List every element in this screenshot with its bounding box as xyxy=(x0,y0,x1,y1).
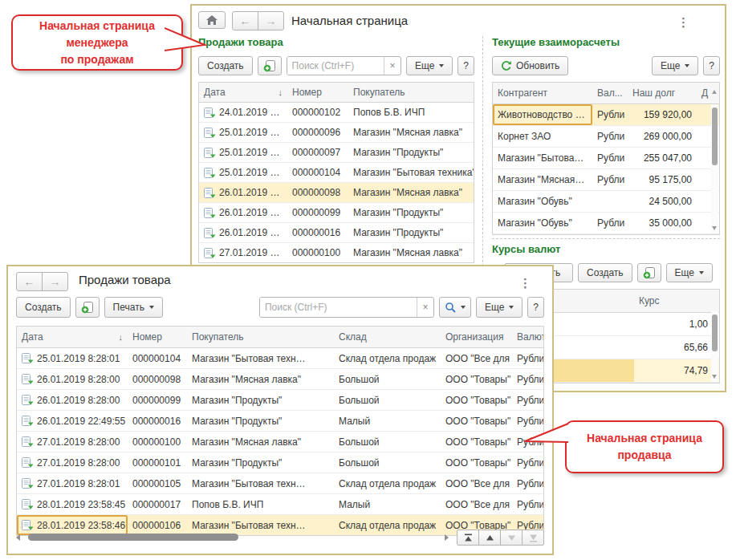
create-button[interactable]: Создать xyxy=(578,263,632,282)
create-copy-button[interactable] xyxy=(258,56,282,75)
table-row[interactable]: 25.01.2019 … 000000096 Магазин "Мясная л… xyxy=(199,123,474,143)
table-row[interactable]: 25.01.2019 … 000000097 Магазин "Продукты… xyxy=(199,143,474,163)
clear-search-icon[interactable]: × xyxy=(384,57,401,75)
horizontal-scrollbar[interactable] xyxy=(16,530,544,546)
settlements-panel: Текущие взаиморасчеты Обновить Еще ? Кон… xyxy=(492,36,720,235)
back-button[interactable]: ← xyxy=(232,11,258,30)
callout-tail xyxy=(165,22,208,55)
refresh-button[interactable]: Обновить xyxy=(492,56,568,75)
help-button[interactable]: ? xyxy=(457,56,474,75)
table-row[interactable]: 24.01.2019 … 000000102 Попов Б.В. ИЧП xyxy=(199,103,474,123)
go-last-button[interactable] xyxy=(522,530,544,546)
column-header-currency[interactable]: Валюта в xyxy=(512,327,543,347)
scroll-up-icon[interactable] xyxy=(712,90,717,94)
column-header-contractor[interactable]: Контрагент xyxy=(493,83,592,103)
go-previous-icon xyxy=(486,534,494,542)
table-row[interactable]: 25.01.2019 8:28:01 000000104 Магазин "Бы… xyxy=(17,348,543,369)
column-header-rate[interactable]: Курс xyxy=(634,290,719,312)
search-options-button[interactable] xyxy=(439,297,471,318)
help-button[interactable]: ? xyxy=(527,297,544,318)
table-row[interactable]: Корнет ЗАО Рубли 269 000,00 xyxy=(493,126,719,148)
table-row[interactable]: 26.01.2019 8:28:00 000000098 Магазин "Мя… xyxy=(17,369,543,390)
document-icon xyxy=(22,416,34,426)
document-icon xyxy=(22,353,34,363)
search-box: × xyxy=(287,56,401,75)
scroll-right-icon[interactable] xyxy=(445,534,449,541)
table-row[interactable]: 26.01.2019 … 000000016 Магазин "Продукты… xyxy=(199,223,474,243)
column-header-buyer[interactable]: Покупатель xyxy=(187,327,334,347)
scrollbar-thumb[interactable] xyxy=(712,314,718,351)
vertical-scrollbar[interactable] xyxy=(711,104,718,233)
table-row[interactable]: Магазин "Обувь" Рубли 35 000,00 xyxy=(493,213,719,234)
table-row[interactable]: 27.01.2019 … 000000100 Магазин "Мясная л… xyxy=(199,243,474,262)
table-row[interactable]: 26.01.2019 22:49:55 000000016 Магазин "П… xyxy=(17,411,543,432)
table-row[interactable]: 25.01.2019 … 000000104 Магазин "Бытовая … xyxy=(199,163,474,183)
table-row-selected[interactable]: Животноводство … Рубли 159 920,00 xyxy=(493,104,719,126)
sales-panel: Продажи товара Создать × Еще ? Дата↓ Ном… xyxy=(198,36,474,263)
table-row[interactable]: Магазин "Бытова… Рубли 255 047,00 xyxy=(493,148,719,169)
go-first-button[interactable] xyxy=(457,530,479,546)
document-icon xyxy=(204,208,216,218)
refresh-icon xyxy=(501,60,512,71)
house-icon xyxy=(206,15,218,25)
document-icon xyxy=(204,248,216,258)
create-copy-icon xyxy=(263,60,276,72)
scrollbar-thumb[interactable] xyxy=(28,534,238,541)
create-copy-button[interactable] xyxy=(75,297,100,318)
column-header-debt[interactable]: Наш долг xyxy=(628,83,697,103)
forward-button[interactable]: → xyxy=(258,11,284,30)
create-button[interactable]: Создать xyxy=(16,297,71,318)
column-header-date[interactable]: Дата↓ xyxy=(17,327,128,347)
scroll-down-icon[interactable] xyxy=(712,375,717,379)
scroll-left-icon[interactable] xyxy=(16,534,20,541)
go-next-button[interactable] xyxy=(500,530,523,546)
table-row[interactable]: Магазин "Мясная… Рубли 95 175,00 xyxy=(493,169,719,191)
more-button[interactable]: Еще xyxy=(406,56,453,75)
more-button[interactable]: Еще xyxy=(476,297,523,318)
create-copy-button[interactable] xyxy=(637,263,661,282)
print-button[interactable]: Печать xyxy=(104,297,163,318)
back-button[interactable]: ← xyxy=(16,272,43,291)
clear-search-icon[interactable]: × xyxy=(417,298,433,317)
search-input[interactable] xyxy=(287,57,384,75)
vertical-scrollbar[interactable] xyxy=(711,311,718,382)
back-arrow-icon: ← xyxy=(24,275,35,288)
search-input[interactable] xyxy=(260,298,417,317)
forward-button[interactable]: → xyxy=(42,272,68,291)
callout-text: продавца xyxy=(567,447,722,464)
scrollbar-thumb[interactable] xyxy=(712,108,718,165)
column-header-date[interactable]: Дата↓ xyxy=(199,83,287,102)
callout-text: Начальная страница xyxy=(13,18,181,34)
kebab-menu-icon[interactable]: ⋮ xyxy=(677,15,689,30)
scroll-down-icon[interactable] xyxy=(712,226,717,230)
sales-table: Дата↓ Номер Покупатель 24.01.2019 … 0000… xyxy=(198,82,474,263)
help-button[interactable]: ? xyxy=(703,56,720,75)
more-button[interactable]: Еще xyxy=(652,56,698,75)
page-title: Начальная страница xyxy=(291,14,408,27)
table-row[interactable]: 27.01.2019 8:28:00 000000100 Магазин "Мя… xyxy=(17,432,543,452)
table-row[interactable]: 27.01.2019 8:28:00 000000101 Магазин "Пр… xyxy=(17,452,543,473)
column-header-currency[interactable]: Вал... xyxy=(592,83,628,103)
create-button[interactable]: Создать xyxy=(198,56,253,75)
column-header-number[interactable]: Номер xyxy=(287,83,348,102)
go-previous-button[interactable] xyxy=(478,530,501,546)
chevron-down-icon xyxy=(685,64,689,67)
chevron-down-icon xyxy=(699,271,704,274)
table-row[interactable]: 26.01.2019 … 000000099 Магазин "Продукты… xyxy=(199,203,474,223)
kebab-menu-icon[interactable]: ⋮ xyxy=(519,276,531,290)
table-row[interactable]: 26.01.2019 8:28:00 000000099 Магазин "Пр… xyxy=(17,390,543,411)
table-row[interactable]: 28.01.2019 23:58:45 000000017 Попов Б.В.… xyxy=(17,494,543,515)
table-row[interactable]: 27.01.2019 8:28:01 000000105 Магазин "Бы… xyxy=(17,473,543,494)
document-icon xyxy=(22,499,34,509)
column-header-organization[interactable]: Организация xyxy=(441,327,512,347)
column-header-buyer[interactable]: Покупатель xyxy=(348,83,474,102)
table-row-selected[interactable]: 26.01.2019 … 000000098 Магазин "Мясная л… xyxy=(199,183,474,203)
forward-arrow-icon: → xyxy=(50,275,61,288)
document-icon xyxy=(204,228,216,238)
column-header-warehouse[interactable]: Склад xyxy=(334,327,441,347)
column-header-number[interactable]: Номер xyxy=(128,327,187,347)
table-row[interactable]: Магазин "Обувь" 24 500,00 xyxy=(493,191,719,213)
scrollbar-track[interactable] xyxy=(23,534,441,542)
more-button[interactable]: Еще xyxy=(666,263,713,282)
document-icon xyxy=(204,108,216,118)
